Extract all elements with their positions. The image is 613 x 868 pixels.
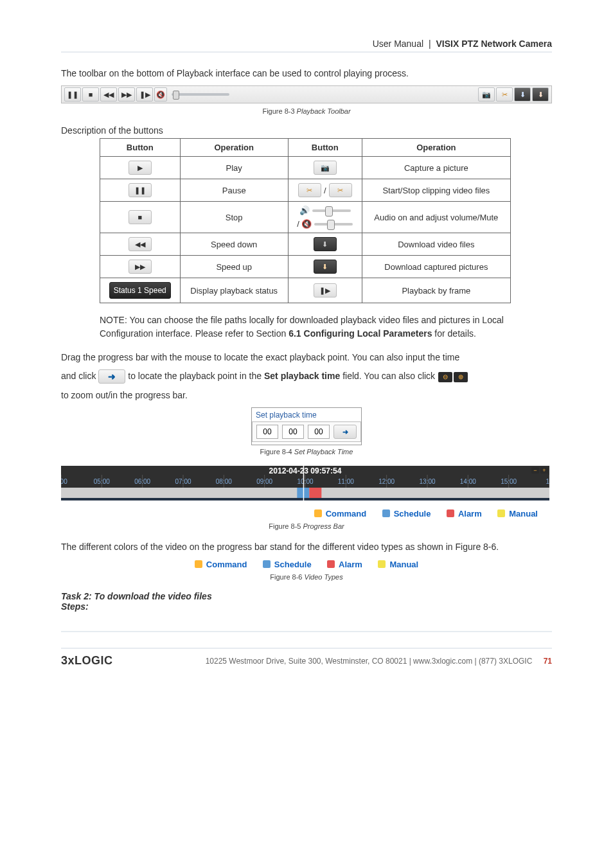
video-types-figure: Command Schedule Alarm Manual: [61, 559, 552, 571]
legend-schedule: Schedule: [394, 509, 431, 518]
frame-step-icon: ❚▶: [136, 87, 153, 102]
pause-icon: ❚❚: [64, 87, 81, 102]
th-operation-1: Operation: [180, 139, 288, 157]
stop-icon: ■: [129, 210, 152, 224]
legend-command-swatch: [314, 509, 322, 517]
go-arrow-icon: ➜: [333, 425, 357, 439]
hour-input: [256, 425, 278, 439]
table-row: ■ Stop 🔊 / 🔇 Audio on and adjust volume/…: [100, 202, 511, 233]
download-picture-icon: [314, 260, 337, 274]
op-speeddown: Speed down: [180, 233, 288, 256]
volume-slider-muted: [314, 223, 353, 226]
speaker-on-icon: 🔊: [299, 206, 310, 215]
legend-command: Command: [326, 509, 367, 518]
download-video-icon: [314, 237, 337, 251]
op-downloadpic: Download captured pictures: [362, 256, 510, 278]
type-command-swatch: [195, 560, 202, 568]
drag-paragraph-1: Drag the progress bar with the mouse to …: [61, 351, 552, 364]
legend-alarm-swatch: [447, 509, 454, 517]
op-capture: Capture a picture: [362, 157, 510, 179]
type-alarm-swatch: [327, 560, 335, 568]
legend-schedule-swatch: [382, 509, 390, 517]
page-number: 71: [544, 657, 552, 666]
th-operation-2: Operation: [362, 139, 510, 157]
op-status: Display playback status: [180, 278, 288, 303]
svg-text:2012-04-23 09:57:54: 2012-04-23 09:57:54: [269, 466, 342, 475]
svg-rect-31: [309, 488, 321, 498]
svg-text:11:00: 11:00: [338, 478, 354, 485]
intro-paragraph: The toolbar on the bottom of Playback in…: [61, 67, 552, 80]
set-playback-time-label: Set playback time: [264, 371, 340, 381]
second-input: [308, 425, 330, 439]
type-manual: Manual: [389, 560, 418, 569]
svg-text:−: −: [533, 467, 537, 474]
op-play: Play: [180, 157, 288, 179]
zoom-out-icon: ⊖: [438, 372, 452, 382]
svg-text:14:00: 14:00: [460, 478, 476, 485]
legend-manual-swatch: [497, 509, 505, 517]
svg-text:12:00: 12:00: [378, 478, 395, 485]
svg-text:06:00: 06:00: [134, 478, 150, 485]
clip-stop-icon: [329, 183, 352, 197]
download-video-icon: [514, 87, 531, 102]
footer: 3xLOGIC 10225 Westmoor Drive, Suite 300,…: [61, 648, 552, 668]
table-row: Status 1 Speed Display playback status ❚…: [100, 278, 511, 303]
op-downloadvideo: Download video files: [362, 233, 510, 256]
set-playback-title: Set playback time: [252, 408, 361, 420]
figure-8-4-caption: Figure 8-4 Set Playback Time: [61, 448, 552, 456]
table-row: ◀◀ Speed down Download video files: [100, 233, 511, 256]
footer-address: 10225 Westmoor Drive, Suite 300, Westmin…: [206, 657, 533, 666]
ffwd-icon: ▶▶: [118, 87, 135, 102]
table-row: ❚❚ Pause / Start/Stop clipping video fil…: [100, 179, 511, 202]
svg-text:09:00: 09:00: [256, 478, 272, 485]
svg-text:+: +: [542, 467, 546, 474]
svg-rect-2: [61, 498, 549, 500]
op-clip: Start/Stop clipping video files: [362, 179, 510, 202]
ffwd-icon: ▶▶: [129, 260, 152, 274]
pause-icon: ❚❚: [129, 183, 152, 197]
type-alarm: Alarm: [339, 560, 362, 569]
svg-text:16: 16: [546, 478, 549, 485]
op-audio: Audio on and adjust volume/Mute: [362, 202, 510, 233]
svg-text:15:00: 15:00: [501, 478, 517, 485]
playback-toolbar-figure: ❚❚ ■ ◀◀ ▶▶ ❚▶ 🔇: [61, 85, 552, 103]
clip-start-icon: [298, 183, 321, 197]
speaker-mute-icon: 🔇: [301, 219, 312, 229]
capture-icon: [314, 161, 337, 175]
legend-manual: Manual: [509, 509, 538, 518]
colors-paragraph: The different colors of the video on the…: [61, 540, 552, 554]
drag-paragraph-3: to zoom out/in the progress bar.: [61, 389, 552, 402]
header-sep: |: [429, 39, 431, 49]
footer-rule: [61, 631, 552, 632]
type-schedule: Schedule: [274, 560, 312, 569]
product-name: VISIX PTZ Network Camera: [436, 39, 552, 49]
task-2-heading: Task 2: To download the video files: [61, 591, 552, 601]
download-picture-icon: [532, 87, 549, 102]
svg-text:13:00: 13:00: [419, 478, 435, 485]
frame-step-icon: ❚▶: [314, 283, 337, 297]
svg-text:10:00: 10:00: [297, 478, 313, 485]
op-stop: Stop: [180, 202, 288, 233]
figure-8-5-caption: Figure 8-5 Progress Bar: [61, 522, 552, 530]
figure-8-3-caption: Figure 8-3 Playback Toolbar: [61, 107, 552, 115]
minute-input: [282, 425, 304, 439]
clip-icon: [496, 87, 513, 102]
th-button-2: Button: [288, 139, 362, 157]
op-pause: Pause: [180, 179, 288, 202]
steps-heading: Steps:: [61, 601, 552, 612]
capture-icon: [478, 87, 495, 102]
type-schedule-swatch: [263, 560, 271, 568]
drag-paragraph-2: and click ➜ to locate the playback point…: [61, 369, 552, 384]
header: User Manual | VISIX PTZ Network Camera: [61, 39, 552, 49]
svg-text:05:00: 05:00: [94, 478, 110, 485]
type-manual-swatch: [378, 560, 386, 568]
rewind-icon: ◀◀: [129, 237, 152, 251]
svg-text:07:00: 07:00: [175, 478, 191, 485]
section-ref: 6.1 Configuring Local Parameters: [289, 328, 432, 339]
volume-slider: [312, 209, 351, 212]
manual-label: User Manual: [373, 39, 423, 49]
status-chip: Status 1 Speed: [109, 282, 171, 299]
table-title: Description of the buttons: [61, 125, 552, 136]
legend-alarm: Alarm: [458, 509, 482, 518]
timeline-svg: 2012-04-23 09:57:544:0005:0006:0007:0008…: [61, 466, 549, 503]
